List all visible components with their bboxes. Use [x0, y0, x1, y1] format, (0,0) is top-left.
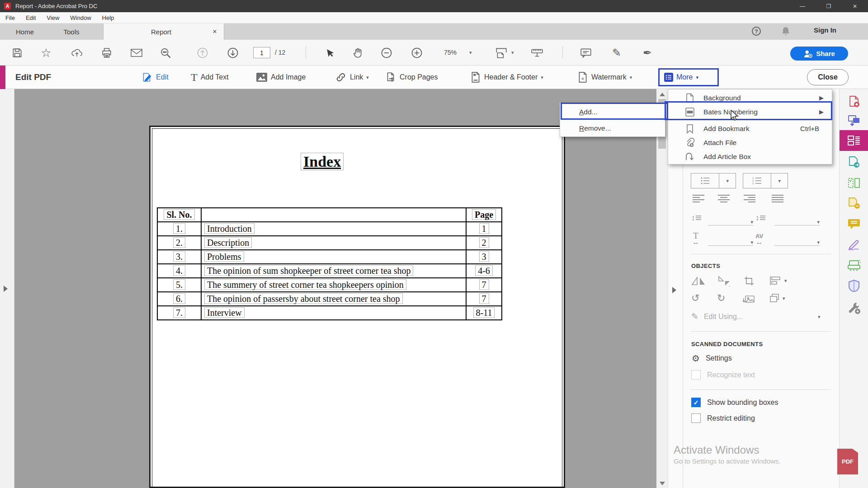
rail-request-signatures-button[interactable] — [840, 193, 868, 213]
zoom-dropdown-caret[interactable]: ▾ — [469, 50, 472, 56]
cloud-upload-button[interactable] — [70, 46, 84, 60]
comment-tool-button[interactable] — [579, 46, 593, 60]
search-button[interactable] — [159, 46, 172, 60]
header-cell-slno[interactable]: Sl. No. — [157, 208, 201, 222]
share-button[interactable]: Share — [790, 47, 848, 61]
align-right-button[interactable] — [743, 194, 756, 205]
line-spacing-caret[interactable]: ▾ — [750, 219, 753, 225]
rail-create-pdf-button[interactable] — [840, 92, 868, 112]
scan-settings-button[interactable]: ⚙ Settings — [692, 353, 732, 364]
bulleted-list-button[interactable] — [691, 177, 719, 185]
rulers-button[interactable] — [530, 46, 544, 60]
zoom-in-button[interactable] — [410, 46, 424, 60]
replace-image-button[interactable] — [742, 295, 755, 306]
rotate-cw-button[interactable]: ↻ — [717, 292, 725, 304]
edit-using-button[interactable]: ✎ Edit Using... — [691, 311, 743, 322]
submenu-item-remove[interactable]: Remove... — [560, 120, 665, 136]
submenu-item-add[interactable]: Add... — [560, 104, 665, 120]
char-spacing-caret[interactable]: ▾ — [817, 239, 820, 245]
menu-item-attach-file[interactable]: Attach File — [668, 135, 832, 150]
rail-protect-button[interactable] — [840, 276, 868, 296]
align-objects-button[interactable]: ▾ — [769, 276, 787, 286]
more-button[interactable]: More ▾ — [658, 68, 719, 86]
scroll-up-arrow[interactable] — [660, 93, 665, 96]
header-cell-page[interactable]: Page — [466, 208, 502, 222]
page-fit-caret[interactable]: ▾ — [511, 50, 514, 56]
next-page-button[interactable] — [226, 46, 240, 60]
save-button[interactable] — [10, 46, 24, 60]
menu-file[interactable]: File — [0, 12, 20, 23]
horizontal-scale-caret[interactable]: ▾ — [750, 239, 753, 245]
menu-view[interactable]: View — [41, 12, 65, 23]
previous-page-button[interactable] — [196, 46, 209, 60]
edit-button[interactable]: Edit — [141, 66, 169, 89]
tab-document-report[interactable]: Report ✕ — [103, 23, 224, 40]
align-center-button[interactable] — [717, 194, 730, 205]
bulleted-list-caret[interactable]: ▾ — [719, 178, 736, 184]
expand-right-pane-arrow[interactable] — [672, 287, 676, 293]
minimize-button[interactable]: — — [789, 0, 816, 12]
close-edit-pdf-button[interactable]: Close — [807, 69, 849, 85]
close-window-button[interactable]: ✕ — [842, 0, 868, 12]
numbered-list-caret[interactable]: ▾ — [771, 178, 788, 184]
help-icon[interactable]: ? — [752, 27, 761, 36]
expand-left-pane-arrow[interactable] — [4, 286, 8, 292]
numbered-list-button[interactable]: 123 — [743, 177, 771, 185]
rotate-ccw-button[interactable]: ↺ — [691, 292, 699, 304]
menu-edit[interactable]: Edit — [20, 12, 41, 23]
pdf-page[interactable]: Index Sl. No. Page 1. Introduction 1 2. … — [149, 126, 565, 488]
sign-in-link[interactable]: Sign In — [814, 26, 836, 34]
rail-scan-ocr-button[interactable] — [840, 256, 868, 276]
scroll-down-arrow[interactable] — [660, 482, 665, 485]
menu-item-add-article-box[interactable]: Add Article Box — [668, 149, 832, 164]
select-tool-button[interactable] — [323, 46, 336, 60]
line-spacing-field[interactable]: ▾ — [708, 216, 753, 225]
notifications-button[interactable] — [781, 26, 790, 38]
char-spacing-field[interactable]: ▾ — [774, 236, 820, 246]
watermark-button[interactable]: Watermark ▾ — [577, 66, 632, 89]
highlight-tool-button[interactable]: ✎ — [610, 46, 623, 60]
arrange-objects-caret[interactable]: ▾ — [783, 296, 785, 301]
rail-fill-sign-button[interactable] — [840, 235, 868, 255]
header-footer-button[interactable]: Header & Footer ▾ — [470, 66, 543, 89]
menu-item-bates-numbering[interactable]: 012 Bates Numbering ▶ — [668, 104, 832, 119]
rail-organize-pages-button[interactable] — [840, 173, 868, 193]
document-scrollbar[interactable] — [656, 89, 668, 488]
add-text-button[interactable]: T Add Text — [191, 66, 229, 89]
link-button[interactable]: Link ▾ — [335, 66, 369, 89]
paragraph-spacing-field[interactable]: ▾ — [774, 216, 820, 225]
show-bounding-boxes-checkbox[interactable]: ✓ — [691, 398, 701, 407]
rail-export-pdf-button[interactable] — [840, 152, 868, 172]
flip-vertical-button[interactable] — [717, 276, 731, 288]
hand-tool-button[interactable] — [351, 46, 365, 60]
zoom-level-label[interactable]: 75% — [444, 49, 457, 56]
tab-home[interactable]: Home — [0, 23, 50, 40]
document-canvas[interactable]: Index Sl. No. Page 1. Introduction 1 2. … — [14, 89, 656, 488]
paragraph-spacing-caret[interactable]: ▾ — [817, 219, 820, 225]
edit-using-caret[interactable]: ▾ — [818, 314, 821, 320]
menu-item-background[interactable]: Background ▶ — [668, 90, 832, 105]
page-number-input[interactable] — [253, 47, 270, 58]
sign-tool-button[interactable]: ✒ — [641, 46, 654, 60]
align-left-button[interactable] — [692, 194, 705, 205]
rail-combine-files-button[interactable] — [840, 111, 868, 131]
heading-bounding-box[interactable]: Index — [301, 153, 344, 170]
tab-tools[interactable]: Tools — [50, 23, 93, 40]
crop-object-button[interactable] — [743, 276, 755, 288]
restore-button[interactable]: ❐ — [816, 0, 842, 12]
print-button[interactable] — [100, 46, 113, 60]
rail-comment-button[interactable] — [840, 214, 868, 234]
document-heading[interactable]: Index — [301, 153, 344, 170]
add-image-button[interactable]: Add Image — [256, 66, 306, 89]
email-button[interactable] — [130, 46, 143, 60]
arrange-objects-button[interactable]: ▾ — [769, 293, 785, 303]
rail-edit-pdf-button-active[interactable] — [840, 130, 868, 151]
horizontal-scale-field[interactable]: ▾ — [708, 236, 753, 246]
bulleted-list-control[interactable]: ▾ — [691, 173, 736, 188]
rail-more-tools-button[interactable] — [840, 298, 868, 318]
numbered-list-control[interactable]: 123 ▾ — [743, 173, 788, 188]
close-tab-icon[interactable]: ✕ — [211, 28, 218, 35]
menu-window[interactable]: Window — [65, 12, 96, 23]
page-fit-button[interactable] — [495, 46, 508, 60]
header-cell-title[interactable] — [201, 208, 466, 222]
